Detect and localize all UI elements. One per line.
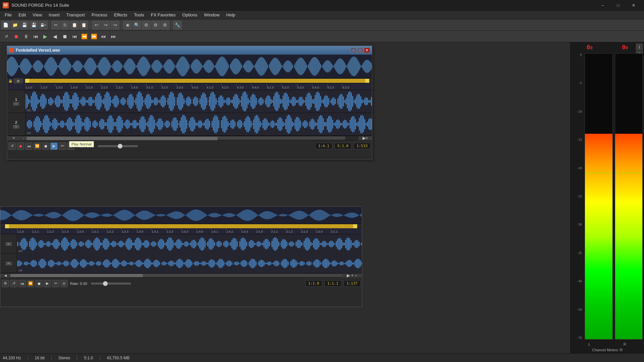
track-2-mute[interactable]: m — [13, 125, 19, 128]
doc-play-btn[interactable]: ▶ — [50, 142, 58, 150]
sw-stop[interactable]: ⏹ — [35, 280, 43, 287]
menu-transport[interactable]: Transport — [63, 11, 88, 19]
track-1-mute[interactable]: m — [13, 102, 19, 106]
loop-start-marker[interactable] — [25, 79, 29, 83]
sw-rate-thumb[interactable] — [103, 281, 108, 286]
select-all-button[interactable]: ▣ — [123, 21, 132, 29]
svg-rect-316 — [323, 63, 324, 70]
play-button[interactable]: ▶ — [41, 32, 50, 41]
menu-file[interactable]: File — [1, 11, 15, 19]
next-marker-button[interactable]: ⏭ — [99, 32, 108, 41]
menu-tools[interactable]: Tools — [130, 11, 147, 19]
maximize-button[interactable]: □ — [610, 0, 626, 11]
stop-button[interactable]: ⏹ — [60, 32, 69, 41]
pause-button[interactable]: ⏸ — [21, 32, 30, 41]
sw-scrub[interactable]: ◎ — [60, 280, 68, 287]
doc-goto-start-btn[interactable]: ⏮ — [25, 142, 33, 150]
svg-rect-496 — [200, 99, 201, 104]
svg-rect-1387 — [205, 241, 206, 247]
doc-prev-btn[interactable]: ⏪ — [34, 142, 41, 150]
doc-scrub-btn[interactable]: ◎ — [67, 142, 74, 150]
svg-rect-905 — [19, 210, 20, 220]
svg-rect-1594 — [135, 262, 136, 265]
process2-button[interactable]: ⚙ — [151, 21, 160, 29]
doc-close[interactable]: ✕ — [364, 48, 370, 53]
settings-button[interactable]: 🔧 — [173, 21, 182, 29]
doc-restore[interactable]: □ — [357, 48, 363, 53]
zoom-button[interactable]: 🔍 — [132, 21, 141, 29]
save-as-button[interactable]: 💾+ — [39, 21, 48, 29]
doc-pencil-btn[interactable]: ✏ — [59, 142, 66, 150]
process3-button[interactable]: ⚙ — [161, 21, 169, 29]
scroll-right-controls[interactable]: ▶+ — [359, 136, 372, 140]
loop-button[interactable]: ↺ — [2, 32, 11, 41]
undo-button[interactable]: ↩ — [92, 21, 101, 29]
vu-expand-icon[interactable]: ⊟ — [620, 348, 623, 352]
svg-rect-791 — [247, 116, 248, 132]
menu-fx-favorites[interactable]: FX Favorites — [148, 11, 179, 19]
rate-thumb[interactable] — [118, 144, 122, 148]
cut-button[interactable]: ✂ — [51, 21, 60, 29]
save-all-button[interactable]: 💾 — [30, 21, 38, 29]
sw-scroll-right[interactable]: ▶+– — [342, 274, 362, 278]
save-button[interactable]: 💾 — [20, 21, 29, 29]
doc-stop-btn[interactable]: ⏹ — [42, 142, 49, 150]
menu-effects[interactable]: Effects — [111, 11, 131, 19]
doc-loop-btn[interactable]: ↺ — [8, 142, 16, 150]
menu-window[interactable]: Window — [201, 11, 223, 19]
sw-track-1-mute[interactable]: m — [6, 242, 12, 246]
sw-scroll-thumb[interactable] — [10, 274, 143, 277]
scroll-thumb[interactable] — [26, 137, 218, 140]
sw-scroll-left[interactable]: ◀ — [0, 274, 10, 278]
sw-settings-btn[interactable]: ⚙ — [2, 280, 9, 287]
svg-rect-724 — [157, 121, 158, 127]
sw-pencil[interactable]: ✏ — [52, 280, 59, 287]
svg-rect-164 — [171, 60, 171, 73]
scroll-left-btn[interactable]: + — [7, 136, 20, 140]
play-rev-button[interactable]: ◀ — [51, 32, 59, 41]
menu-help[interactable]: Help — [223, 11, 239, 19]
doc-record-btn[interactable]: ⏺ — [17, 142, 24, 150]
go-end-button[interactable]: ⏭ — [109, 32, 118, 41]
prev-button[interactable]: ⏪ — [80, 32, 89, 41]
sw-h-scrollbar[interactable]: ◀ ▶+– — [0, 273, 362, 277]
copy-button[interactable]: ⎘ — [61, 21, 69, 29]
sw-loop-end[interactable] — [353, 224, 357, 228]
h-scrollbar-doc[interactable]: + – ▶+ — [7, 136, 372, 140]
paste-special-button[interactable]: 📋 — [79, 21, 88, 29]
snap-button[interactable]: ⊞ — [14, 77, 22, 84]
scroll-minus-btn[interactable]: – — [20, 136, 26, 140]
process1-button[interactable]: ⚙ — [142, 21, 151, 29]
loop-end-marker[interactable] — [365, 79, 369, 83]
doc-minimize[interactable]: – — [351, 48, 357, 53]
rate-slider[interactable] — [98, 145, 138, 147]
sw-prev[interactable]: ⏪ — [27, 280, 34, 287]
menu-view[interactable]: View — [29, 11, 45, 19]
paste-button[interactable]: 📋 — [70, 21, 79, 29]
sw-loop-btn[interactable]: ↺ — [10, 280, 17, 287]
loop-region[interactable] — [25, 79, 369, 83]
sw-loop-region[interactable] — [5, 224, 357, 228]
next-button[interactable]: ⏩ — [90, 32, 98, 41]
menu-edit[interactable]: Edit — [15, 11, 29, 19]
menu-options[interactable]: Options — [179, 11, 201, 19]
sw-loop-start[interactable] — [5, 224, 9, 228]
vu-track-1-btn[interactable]: 1 — [636, 44, 643, 50]
open-button[interactable]: 📁 — [11, 21, 19, 29]
redo-button[interactable]: ↪ — [101, 21, 110, 29]
record-button[interactable]: ⏺ — [12, 32, 20, 41]
svg-rect-235 — [242, 66, 243, 67]
prev-marker-button[interactable]: ⏮ — [70, 32, 79, 41]
sw-track-2-mute[interactable]: m — [6, 262, 12, 265]
sw-play[interactable]: ▶ — [44, 280, 51, 287]
sw-rate-slider[interactable] — [91, 283, 131, 285]
redo2-button[interactable]: ↪ — [111, 21, 119, 29]
sw-goto-start[interactable]: ⏮ — [18, 280, 26, 287]
close-button[interactable]: ✕ — [626, 0, 641, 11]
new-button[interactable]: 📄 — [1, 21, 10, 29]
menu-insert[interactable]: Insert — [45, 11, 63, 19]
minimize-button[interactable]: – — [595, 0, 610, 11]
go-start-button[interactable]: ⏮ — [31, 32, 40, 41]
svg-rect-1582 — [119, 262, 120, 264]
menu-process[interactable]: Process — [88, 11, 111, 19]
